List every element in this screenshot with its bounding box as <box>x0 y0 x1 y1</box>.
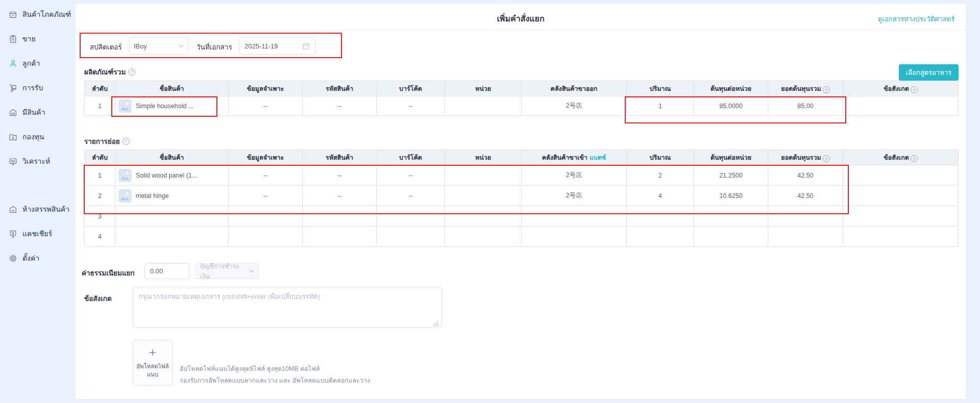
cell-unit[interactable] <box>445 206 522 226</box>
cell-total-cost[interactable] <box>768 206 843 226</box>
cell-spec[interactable]: -- <box>229 165 303 186</box>
payment-account-select[interactable]: บัญชีการชำระเงิน <box>195 263 259 279</box>
upload-hints: อัปโหลดไฟล์แนบได้สูงสุด5ไฟล์ สูงสุด10MB … <box>180 363 370 386</box>
product-name-text: Solid wood panel (1... <box>136 172 197 179</box>
cell-spec[interactable]: -- <box>229 186 303 206</box>
split-fee-input[interactable] <box>144 263 189 279</box>
store-icon <box>9 205 17 214</box>
table-row: 4 <box>85 226 959 247</box>
product-name-cell[interactable]: metal hinge <box>115 186 229 206</box>
sidebar-item[interactable]: แคชเชียร์ <box>0 221 67 246</box>
cell-unit[interactable] <box>445 226 522 247</box>
cell-no[interactable]: 2 <box>85 186 115 206</box>
help-icon[interactable]: ? <box>122 138 130 145</box>
sidebar-item[interactable]: วิเคราะห์ <box>0 149 67 173</box>
sidebar: สินค้าโภคภัณฑ์ขายลูกค้าการรับมีสินค้ากอง… <box>0 0 67 403</box>
cell-no[interactable]: 4 <box>85 226 115 247</box>
product-name-text: Simple household ... <box>136 103 193 110</box>
cell-spec[interactable]: -- <box>229 96 303 116</box>
cell-barcode[interactable] <box>377 206 445 226</box>
help-icon[interactable]: ? <box>823 155 830 162</box>
column-header: คลังสินค้าขาเข้าแบตช์ <box>522 150 627 165</box>
sidebar-item[interactable]: กองทุน <box>0 124 67 149</box>
cell-code[interactable] <box>303 226 377 247</box>
sidebar-item[interactable]: มีสินค้า <box>0 100 67 124</box>
cell-note[interactable] <box>843 226 959 247</box>
cell-unit-cost[interactable] <box>694 206 768 226</box>
receiving-icon <box>9 84 17 92</box>
cell-warehouse[interactable] <box>522 226 627 247</box>
cell-warehouse[interactable]: 2号店 <box>522 165 627 186</box>
cell-qty[interactable] <box>627 206 694 226</box>
cell-code[interactable]: -- <box>303 186 377 206</box>
product-name-cell[interactable]: Solid wood panel (1... <box>115 165 229 186</box>
cell-total-cost[interactable]: 42.50 <box>768 165 843 186</box>
product-name-cell[interactable] <box>115 206 229 226</box>
help-icon[interactable]: ? <box>823 86 830 93</box>
select-recipe-button[interactable]: เลือกสูตรอาหาร <box>899 64 959 81</box>
sidebar-item-label: ห้างสรรพสินค้า <box>22 204 69 215</box>
help-icon[interactable]: ? <box>911 155 918 162</box>
cell-qty[interactable] <box>627 226 694 247</box>
cell-total-cost[interactable]: 42.50 <box>768 186 843 206</box>
cell-barcode[interactable] <box>377 226 445 247</box>
batch-link[interactable]: แบตช์ <box>590 154 606 161</box>
cell-warehouse[interactable]: 2号店 <box>522 96 627 116</box>
history-documents-link[interactable]: ดูเอกสารทางประวัติศาสตร์ <box>878 14 954 24</box>
cell-unit[interactable] <box>445 165 522 186</box>
cell-note[interactable] <box>843 165 959 186</box>
help-icon[interactable]: ? <box>128 68 135 75</box>
sidebar-item[interactable]: ลูกค้า <box>0 51 67 75</box>
upload-attachment-button[interactable]: + อัพโหลดไฟล์แนบ <box>133 340 173 386</box>
cell-unit[interactable] <box>445 96 522 116</box>
cell-barcode[interactable]: -- <box>377 186 445 206</box>
column-header: ปริมาณ <box>627 81 694 96</box>
product-name-cell[interactable]: Simple household ... <box>115 96 229 116</box>
sidebar-item[interactable]: สินค้าโภคภัณฑ์ <box>0 2 67 27</box>
funds-icon <box>9 133 17 141</box>
cell-note[interactable] <box>843 96 959 116</box>
cell-qty[interactable]: 1 <box>627 96 694 116</box>
product-thumbnail <box>118 189 132 203</box>
column-header: ชื่อสินค้า <box>115 150 229 165</box>
product-thumbnail <box>118 99 132 113</box>
cell-no[interactable]: 1 <box>85 96 115 116</box>
cell-code[interactable] <box>303 206 377 226</box>
sidebar-item[interactable]: การรับ <box>0 75 67 100</box>
cell-barcode[interactable]: -- <box>377 96 445 116</box>
product-name-cell[interactable] <box>115 226 229 247</box>
cell-code[interactable]: -- <box>303 96 377 116</box>
cell-unit[interactable] <box>445 186 522 206</box>
sidebar-item-label: วิเคราะห์ <box>22 156 50 167</box>
cell-code[interactable]: -- <box>303 165 377 186</box>
cell-warehouse[interactable] <box>522 206 627 226</box>
splitter-select[interactable]: IBoy <box>129 37 188 55</box>
cell-warehouse[interactable]: 2号店 <box>522 186 627 206</box>
cell-unit-cost[interactable]: 85.0000 <box>694 96 768 116</box>
notes-textarea[interactable] <box>133 287 442 328</box>
sidebar-item[interactable]: ห้างสรรพสินค้า <box>0 197 67 221</box>
document-date-input[interactable]: 2025-11-19 <box>239 37 315 55</box>
cell-total-cost[interactable] <box>768 226 843 247</box>
help-icon[interactable]: ? <box>911 86 918 93</box>
cell-note[interactable] <box>843 206 959 226</box>
column-header: ชื่อสินค้า <box>115 81 229 96</box>
sidebar-item[interactable]: ตั้งค่า <box>0 246 67 270</box>
cell-total-cost[interactable]: 85.00 <box>768 96 843 116</box>
column-header: ข้อมูลจำเพาะ <box>229 150 303 165</box>
cell-spec[interactable] <box>229 206 303 226</box>
upload-attachment-label: อัพโหลดไฟล์แนบ <box>133 363 172 379</box>
cell-spec[interactable] <box>229 226 303 247</box>
cell-unit-cost[interactable]: 21.2500 <box>694 165 768 186</box>
cell-unit-cost[interactable]: 10.6250 <box>694 186 768 206</box>
cell-no[interactable]: 1 <box>85 165 115 186</box>
cell-unit-cost[interactable] <box>694 226 768 247</box>
cell-qty[interactable]: 2 <box>627 165 694 186</box>
cell-note[interactable] <box>843 186 959 206</box>
sidebar-item[interactable]: ขาย <box>0 27 67 51</box>
cell-barcode[interactable]: -- <box>377 165 445 186</box>
product-thumbnail <box>118 169 132 182</box>
column-header: ยอดต้นทุนรวม? <box>768 81 843 96</box>
cell-qty[interactable]: 4 <box>627 186 694 206</box>
cell-no[interactable]: 3 <box>85 206 115 226</box>
